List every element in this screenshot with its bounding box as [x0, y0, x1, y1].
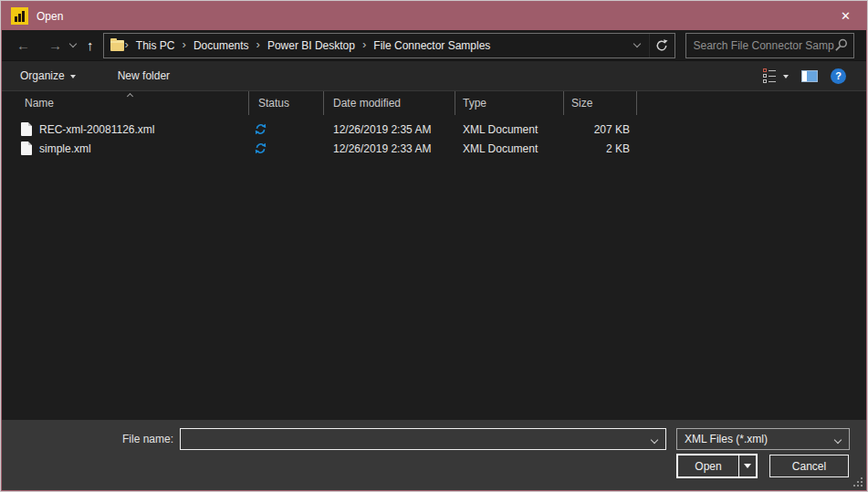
column-header-type[interactable]: Type: [455, 91, 564, 115]
command-toolbar: Organize New folder ?: [2, 61, 866, 91]
open-dialog-window: Open ✕ ← → ↑ › This PC › Documents › Pow…: [0, 0, 868, 492]
toolbar-right-controls: ?: [763, 68, 866, 84]
breadcrumb: › This PC › Documents › Power BI Desktop…: [103, 33, 675, 58]
preview-pane-icon[interactable]: [801, 70, 818, 82]
navigation-bar: ← → ↑ › This PC › Documents › Power BI D…: [2, 30, 866, 61]
chevron-down-icon: [783, 75, 789, 79]
file-rows: REC-xml-20081126.xml 12/26/2019 2:35 AM …: [2, 115, 866, 158]
file-name-dropdown-chevron-icon[interactable]: [652, 430, 657, 446]
refresh-icon[interactable]: [649, 34, 675, 58]
details-view-icon: [763, 68, 776, 83]
open-button[interactable]: Open: [678, 455, 738, 476]
search-input[interactable]: [686, 39, 834, 52]
organize-label: Organize: [20, 69, 65, 82]
file-list-area: Name Status Date modified Type Size REC-…: [2, 91, 866, 420]
column-headers: Name Status Date modified Type Size: [2, 91, 866, 115]
resize-grip[interactable]: [861, 485, 863, 487]
chevron-down-icon: [70, 75, 76, 79]
file-row[interactable]: REC-xml-20081126.xml 12/26/2019 2:35 AM …: [2, 120, 866, 139]
organize-button[interactable]: Organize: [13, 61, 83, 90]
help-icon[interactable]: ?: [831, 68, 846, 84]
dialog-footer: File name: XML Files (*.xml) Open Cancel: [2, 420, 866, 490]
column-header-name[interactable]: Name: [2, 91, 249, 115]
recent-locations-chevron-icon[interactable]: [69, 40, 77, 47]
file-name: simple.xml: [39, 142, 91, 155]
search-icon: [834, 38, 848, 52]
sync-status-icon: [255, 142, 267, 154]
forward-icon[interactable]: →: [48, 38, 62, 52]
dropdown-triangle-icon: [744, 464, 751, 468]
cancel-button[interactable]: Cancel: [769, 455, 849, 477]
column-header-status[interactable]: Status: [249, 91, 324, 115]
back-icon[interactable]: ←: [16, 38, 30, 52]
up-icon[interactable]: ↑: [87, 38, 94, 52]
sync-status-icon: [255, 123, 267, 135]
breadcrumb-item-this-pc[interactable]: This PC: [130, 34, 182, 58]
file-row[interactable]: simple.xml 12/26/2019 2:33 AM XML Docume…: [2, 139, 866, 158]
file-type-select[interactable]: XML Files (*.xml): [676, 428, 850, 450]
folder-icon: [110, 40, 124, 51]
breadcrumb-item-power-bi-desktop[interactable]: Power BI Desktop: [261, 34, 361, 58]
open-split-button: Open: [676, 454, 758, 478]
file-type: XML Document: [455, 123, 564, 136]
breadcrumb-controls: [625, 34, 675, 58]
file-type: XML Document: [455, 142, 564, 155]
open-dropdown-button[interactable]: [739, 455, 756, 476]
window-title: Open: [37, 10, 63, 23]
file-type-chevron-icon: [835, 430, 841, 446]
column-header-size[interactable]: Size: [564, 91, 637, 115]
sort-ascending-icon: [127, 93, 133, 99]
file-date-modified: 12/26/2019 2:33 AM: [324, 142, 455, 155]
breadcrumb-item-file-connector-samples[interactable]: File Connector Samples: [367, 34, 497, 58]
file-size: 207 KB: [564, 123, 637, 136]
close-button[interactable]: ✕: [825, 2, 866, 30]
column-header-date-modified[interactable]: Date modified: [324, 91, 455, 115]
power-bi-icon: [11, 7, 28, 25]
search-box: [685, 33, 854, 58]
file-size: 2 KB: [564, 142, 637, 155]
title-bar: Open ✕: [2, 2, 866, 30]
new-folder-button[interactable]: New folder: [110, 61, 177, 90]
dialog-content: Open ✕ ← → ↑ › This PC › Documents › Pow…: [1, 1, 867, 491]
close-icon: ✕: [841, 9, 851, 23]
file-type-value: XML Files (*.xml): [677, 433, 835, 445]
file-name-combobox: [180, 428, 666, 450]
file-name-label: File name:: [2, 428, 173, 450]
new-folder-label: New folder: [118, 69, 170, 82]
breadcrumb-item-documents[interactable]: Documents: [187, 34, 256, 58]
file-name-input[interactable]: [181, 433, 652, 445]
column-header-filler: [637, 91, 866, 115]
document-icon: [21, 141, 32, 155]
address-dropdown-chevron-icon[interactable]: [625, 34, 649, 58]
file-name: REC-xml-20081126.xml: [39, 123, 155, 136]
document-icon: [21, 122, 32, 136]
change-view-button[interactable]: [763, 68, 789, 83]
file-date-modified: 12/26/2019 2:35 AM: [324, 123, 455, 136]
